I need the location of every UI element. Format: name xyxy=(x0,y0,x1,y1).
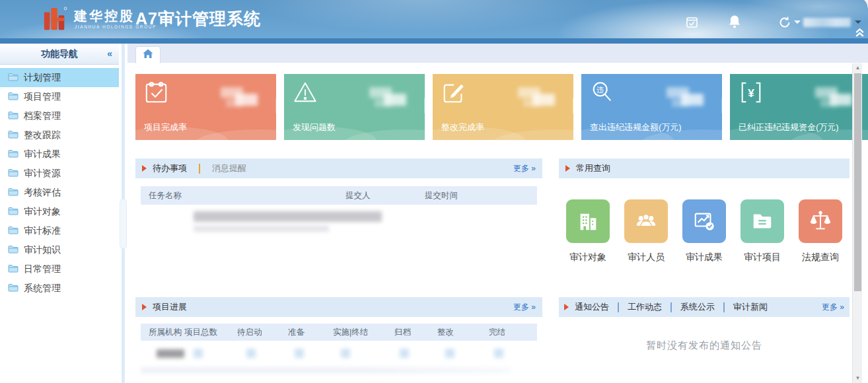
refresh-icon[interactable] xyxy=(778,16,791,32)
panel-arrow-icon xyxy=(142,165,147,172)
kpi-card-violation-amount[interactable]: 违 查出违纪违规金额(万元) xyxy=(581,74,722,140)
sidebar-item-6[interactable]: 考核评估 xyxy=(0,183,119,202)
column-total-projects: 项目总数 xyxy=(184,327,237,338)
quick-item-label: 法规查询 xyxy=(799,252,842,263)
redacted-org xyxy=(157,349,184,358)
panel-todo-header: 待办事项 消息提醒 更多 » xyxy=(135,158,542,178)
scrollbar-thumb[interactable] xyxy=(854,73,861,291)
notice-more-link[interactable]: 更多 » xyxy=(822,302,844,313)
column-finished: 完结 xyxy=(489,327,528,338)
quick-item-label: 审计成果 xyxy=(682,252,726,263)
main-area: 项目完成率 发现问题数 xyxy=(127,44,868,383)
panel-arrow-icon xyxy=(142,304,147,310)
sidebar-item-label: 审计标准 xyxy=(24,225,61,237)
quick-item-label: 审计对象 xyxy=(566,252,610,263)
todo-more-link[interactable]: 更多 » xyxy=(513,163,536,174)
sidebar-item-8[interactable]: 审计标准 xyxy=(0,221,119,240)
card-arrow xyxy=(424,98,425,114)
splitter-drag-handle[interactable] xyxy=(120,199,127,249)
sidebar-item-1[interactable]: 项目管理 xyxy=(0,87,119,106)
table-row[interactable] xyxy=(141,349,537,361)
scroll-up-arrow[interactable]: ▲ xyxy=(853,63,863,73)
sidebar-item-label: 项目管理 xyxy=(24,91,61,103)
header-bottom-bar xyxy=(0,38,868,44)
user-name-redacted[interactable] xyxy=(803,18,851,27)
sidebar-item-label: 审计成果 xyxy=(24,149,61,160)
panel-quick-query: 常用查询 审计对象 xyxy=(559,158,850,291)
kpi-card-project-completion[interactable]: 项目完成率 xyxy=(135,74,276,140)
collapse-header-icon[interactable] xyxy=(854,26,865,40)
kpi-card-corrected-funds[interactable]: ¥ 已纠正违纪违规资金(万元) xyxy=(730,74,868,140)
panel-todo: 待办事项 消息提醒 更多 » 任务名称 提交人 提交时间 xyxy=(135,158,542,291)
sidebar-item-7[interactable]: 审计对象 xyxy=(0,202,119,221)
sidebar-nav: 计划管理项目管理档案管理整改跟踪审计成果审计资源考核评估审计对象审计标准审计知识… xyxy=(0,65,119,298)
panel-notice-header: 通知公告 工作动态 系统公示 审计新闻 更多 » xyxy=(559,297,850,317)
kpi-card-issues-found[interactable]: 发现问题数 xyxy=(284,74,425,140)
progress-panel-title: 项目进展 xyxy=(153,301,187,313)
column-submit-time: 提交时间 xyxy=(425,190,524,201)
quick-item-audit-results[interactable]: 审计成果 xyxy=(682,199,726,263)
redacted-value xyxy=(369,85,408,111)
panel-progress-header: 项目进展 更多 » xyxy=(135,297,542,317)
column-to-start: 待启动 xyxy=(237,327,288,338)
tab-work-updates[interactable]: 工作动态 xyxy=(628,301,662,313)
tab-message-alerts[interactable]: 消息提醒 xyxy=(212,162,246,174)
brand-name: 建华控股 xyxy=(74,7,135,25)
users-icon xyxy=(624,199,668,243)
scales-icon xyxy=(799,199,842,243)
sidebar-item-3[interactable]: 整改跟踪 xyxy=(0,125,119,145)
tab-audit-news[interactable]: 审计新闻 xyxy=(733,301,768,313)
progress-more-link[interactable]: 更多 » xyxy=(513,302,536,313)
sidebar-item-2[interactable]: 档案管理 xyxy=(0,106,119,125)
panel-project-progress: 项目进展 更多 » 所属机构 项目总数 待启动 准备 实施|终结 归档 整改 完… xyxy=(135,297,542,383)
tab-home[interactable] xyxy=(135,46,161,63)
sidebar-item-10[interactable]: 日常管理 xyxy=(0,260,119,279)
page-title: A7审计管理系统 xyxy=(135,8,261,30)
sidebar-item-label: 审计对象 xyxy=(24,206,61,218)
search-violation-icon: 违 xyxy=(590,80,615,108)
folder-icon xyxy=(8,111,18,122)
tab-system-announcements[interactable]: 系统公示 xyxy=(680,301,715,313)
folder-icon xyxy=(8,283,18,294)
bell-icon[interactable] xyxy=(729,15,741,31)
divider xyxy=(723,302,725,312)
tab-notices[interactable]: 通知公告 xyxy=(575,301,609,313)
folder-icon xyxy=(8,149,18,160)
dashboard-content: 项目完成率 发现问题数 xyxy=(127,63,868,383)
home-icon xyxy=(143,49,153,61)
tab-todo-items[interactable]: 待办事项 xyxy=(153,162,187,174)
divider xyxy=(670,302,672,312)
sidebar-item-4[interactable]: 审计成果 xyxy=(0,145,119,164)
folder-icon xyxy=(8,207,18,217)
sidebar-item-11[interactable]: 系统管理 xyxy=(0,279,119,298)
sidebar-item-9[interactable]: 审计知识 xyxy=(0,240,119,260)
quick-tiles: 审计对象 审计人员 xyxy=(559,199,850,263)
refresh-dropdown-caret[interactable] xyxy=(794,20,801,27)
tab-bar xyxy=(127,44,868,63)
sidebar-item-label: 审计知识 xyxy=(24,244,61,256)
sidebar-title: 功能导航 xyxy=(41,48,78,59)
column-submitter: 提交人 xyxy=(345,190,425,201)
sidebar-item-5[interactable]: 审计资源 xyxy=(0,164,119,183)
sidebar-collapse-icon[interactable]: « xyxy=(107,44,112,64)
redacted-count xyxy=(494,349,503,358)
quick-item-label: 审计人员 xyxy=(624,252,668,263)
tasks-icon[interactable] xyxy=(686,16,698,31)
sidebar-item-0[interactable]: 计划管理 xyxy=(0,68,119,87)
scroll-down-arrow[interactable]: ▼ xyxy=(853,374,863,383)
quick-item-regulation-search[interactable]: 法规查询 xyxy=(799,199,842,263)
quick-item-audit-projects[interactable]: 审计项目 xyxy=(741,199,784,263)
table-row[interactable] xyxy=(194,211,537,232)
kpi-card-rectification-completion[interactable]: 整改完成率 xyxy=(433,74,573,140)
vertical-scrollbar[interactable]: ▲ ▼ xyxy=(852,63,862,383)
yen-icon: ¥ xyxy=(739,80,764,108)
company-logo-icon xyxy=(42,6,67,35)
redacted-count xyxy=(400,349,409,358)
panel-arrow-icon xyxy=(565,165,570,172)
folder-icon xyxy=(741,199,784,243)
sidebar-title-bar: 功能导航 « xyxy=(0,44,119,65)
quick-item-audit-staff[interactable]: 审计人员 xyxy=(624,199,668,263)
divider xyxy=(199,164,200,174)
quick-item-audit-objects[interactable]: 审计对象 xyxy=(566,199,610,263)
redacted-task-name xyxy=(194,211,382,222)
